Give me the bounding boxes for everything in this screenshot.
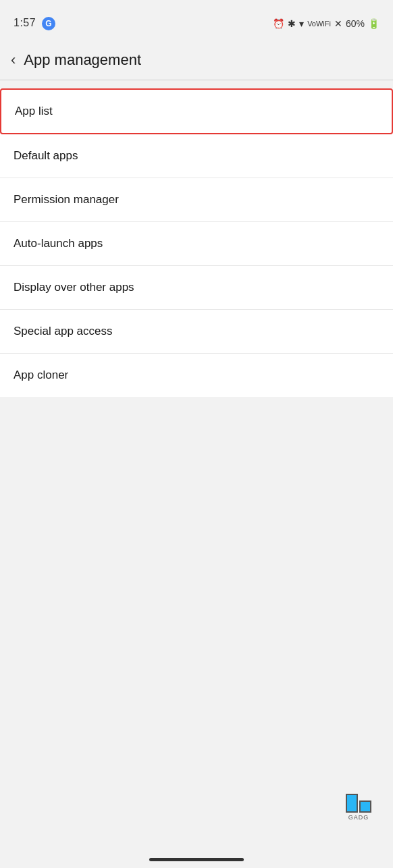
- menu-item-special-app-access[interactable]: Special app access: [0, 310, 393, 354]
- page-header: ‹ App management: [0, 40, 393, 80]
- bluetooth-icon: ✱: [288, 18, 296, 29]
- menu-item-app-cloner[interactable]: App cloner: [0, 354, 393, 397]
- content-area: App list Default apps Permission manager…: [0, 80, 393, 405]
- watermark-text: GADG: [348, 814, 369, 821]
- menu-item-auto-launch-apps[interactable]: Auto-launch apps: [0, 222, 393, 266]
- status-time-area: 1:57 G: [14, 17, 55, 30]
- signal-icon: ✕: [334, 18, 342, 29]
- battery-percent: 60%: [346, 18, 365, 29]
- watermark: GADG: [335, 794, 382, 828]
- page-title: App management: [24, 51, 141, 69]
- menu-item-display-over-other-apps[interactable]: Display over other apps: [0, 266, 393, 310]
- alarm-icon: ⏰: [273, 18, 284, 29]
- watermark-bar1: [346, 794, 358, 813]
- menu-item-special-app-access-label: Special app access: [14, 325, 112, 337]
- status-time: 1:57: [14, 17, 36, 28]
- battery-icon: 🔋: [368, 18, 379, 29]
- menu-item-auto-launch-apps-label: Auto-launch apps: [14, 237, 103, 250]
- status-icons: ⏰ ✱ ▾ VoWiFi ✕ 60% 🔋: [273, 18, 379, 29]
- menu-item-app-list-label: App list: [15, 105, 53, 117]
- menu-item-app-list[interactable]: App list: [0, 88, 393, 134]
- menu-item-permission-manager-label: Permission manager: [14, 193, 119, 206]
- back-button[interactable]: ‹: [11, 51, 16, 69]
- menu-item-app-cloner-label: App cloner: [14, 369, 68, 381]
- wifi-icon: ▾: [299, 18, 304, 29]
- menu-item-permission-manager[interactable]: Permission manager: [0, 178, 393, 222]
- watermark-bar2: [359, 801, 371, 813]
- vo-wifi-icon: VoWiFi: [307, 20, 331, 28]
- menu-item-default-apps-label: Default apps: [14, 149, 78, 162]
- watermark-logo: [346, 794, 371, 813]
- menu-list: App list Default apps Permission manager…: [0, 88, 393, 397]
- status-bar: 1:57 G ⏰ ✱ ▾ VoWiFi ✕ 60% 🔋: [0, 0, 393, 40]
- menu-item-default-apps[interactable]: Default apps: [0, 134, 393, 178]
- google-icon: G: [42, 17, 55, 30]
- menu-item-display-over-other-apps-label: Display over other apps: [14, 281, 134, 294]
- navigation-bar: [149, 858, 244, 861]
